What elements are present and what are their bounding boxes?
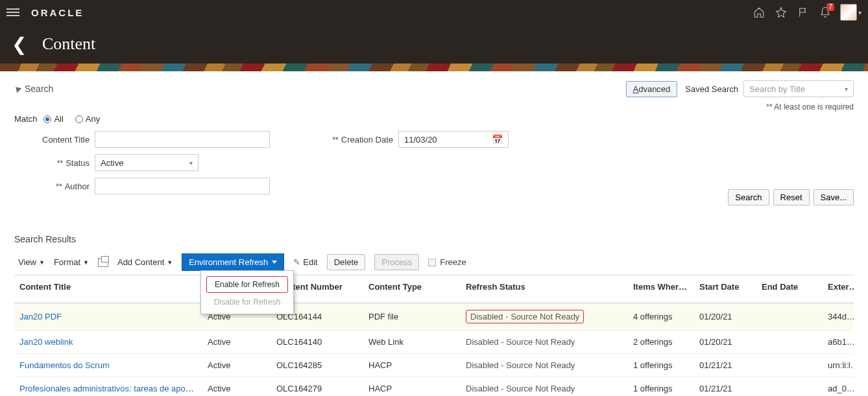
page-title: Content xyxy=(42,34,95,54)
refresh-status-badge: Disabled - Source Not Ready xyxy=(466,310,584,323)
hamburger-menu-icon[interactable] xyxy=(6,8,19,16)
cell-type: HACP xyxy=(363,377,461,396)
col-external-id[interactable]: External Identifie xyxy=(823,275,854,303)
oracle-logo: ORACLE xyxy=(31,7,84,18)
detach-icon[interactable] xyxy=(98,258,108,267)
results-heading: Search Results xyxy=(14,234,854,244)
search-action-buttons: Search Reset Save... xyxy=(728,189,854,205)
collapse-triangle-icon[interactable] xyxy=(14,85,22,93)
global-header: ORACLE 7 ▾ xyxy=(0,0,868,25)
search-heading: Search xyxy=(25,84,53,94)
content-title-input[interactable] xyxy=(95,131,270,148)
col-start-date[interactable]: Start Date xyxy=(694,275,756,303)
cell-number: OLC164140 xyxy=(271,330,363,353)
table-row[interactable]: Jan20 PDFActiveOLC164144PDF fileDisabled… xyxy=(14,303,854,330)
status-label: Status xyxy=(66,158,90,168)
cell-items: 1 offerings xyxy=(628,353,694,377)
content-title-link[interactable]: Jan20 PDF xyxy=(19,312,62,321)
format-menu[interactable]: Format▼ xyxy=(54,257,89,267)
chevron-down-icon: ▾ xyxy=(845,86,848,93)
triangle-down-icon xyxy=(272,261,277,264)
creation-date-input[interactable]: 11/03/20 📅 xyxy=(398,131,509,148)
cell-number: OLC164279 xyxy=(271,377,363,396)
flag-icon[interactable] xyxy=(792,1,814,23)
delete-button[interactable]: Delete xyxy=(327,254,366,270)
table-row[interactable]: Jan20 weblinkActiveOLC164140Web LinkDisa… xyxy=(14,330,854,353)
cell-refresh: Disabled - Source Not Ready xyxy=(461,353,628,377)
content-title-link[interactable]: Jan20 weblink xyxy=(19,337,73,347)
view-menu[interactable]: View▼ xyxy=(18,257,45,267)
radio-unchecked-icon xyxy=(75,115,83,123)
table-row[interactable]: Fundamentos do ScrumActiveOLC164285HACPD… xyxy=(14,353,854,377)
back-icon[interactable]: ❮ xyxy=(12,34,27,55)
environment-refresh-button[interactable]: Environment Refresh xyxy=(182,253,284,271)
edit-button[interactable]: ✎Edit xyxy=(293,257,317,267)
content-title-link[interactable]: Fundamentos do Scrum xyxy=(19,360,110,370)
cell-end xyxy=(756,303,823,330)
save-search-button[interactable]: Save... xyxy=(814,189,854,205)
home-icon[interactable] xyxy=(748,1,770,23)
disable-for-refresh-item: Disable for Refresh xyxy=(204,294,291,310)
notifications-icon[interactable]: 7 xyxy=(814,1,836,23)
cell-refresh: Disabled - Source Not Ready xyxy=(461,330,628,353)
chevron-down-icon: ▾ xyxy=(189,159,193,167)
creation-date-label: Creation Date xyxy=(341,135,393,145)
match-any-radio[interactable]: Any xyxy=(75,114,100,124)
match-row: Match All Any xyxy=(14,114,854,124)
table-row[interactable]: Profesionales administrativos: tareas de… xyxy=(14,377,854,396)
col-end-date[interactable]: End Date xyxy=(756,275,823,303)
cell-end xyxy=(756,330,823,353)
cell-start: 01/21/21 xyxy=(694,353,756,377)
checkbox-icon xyxy=(428,259,436,266)
cell-type: Web Link xyxy=(363,330,461,353)
user-menu-caret-icon[interactable]: ▾ xyxy=(858,9,862,16)
col-content-title[interactable]: Content Title xyxy=(14,275,202,303)
saved-search-select[interactable]: Search by Title ▾ xyxy=(743,80,854,97)
cell-ext: a6b122e xyxy=(823,330,854,353)
col-refresh-status[interactable]: Refresh Status xyxy=(461,275,628,303)
required-note: ** At least one is required xyxy=(14,102,854,111)
cell-status: Active xyxy=(202,330,271,353)
cell-refresh: Disabled - Source Not Ready xyxy=(461,377,628,396)
add-content-menu[interactable]: Add Content▼ xyxy=(117,257,173,267)
cell-status: Active xyxy=(202,377,271,396)
search-button[interactable]: Search xyxy=(728,189,769,205)
col-items-where-used[interactable]: Items Where Used xyxy=(628,275,694,303)
reset-button[interactable]: Reset xyxy=(773,189,810,205)
cell-items: 2 offerings xyxy=(628,330,694,353)
search-panel-header: Search Advanced Saved Search Search by T… xyxy=(14,80,854,97)
enable-for-refresh-item[interactable]: Enable for Refresh xyxy=(206,276,288,293)
cell-status: Active xyxy=(202,353,271,377)
notification-badge: 7 xyxy=(826,3,834,11)
process-button: Process xyxy=(374,254,419,270)
col-content-type[interactable]: Content Type xyxy=(363,275,461,303)
cell-start: 01/21/21 xyxy=(694,377,756,396)
decorative-strip xyxy=(0,64,868,71)
cell-refresh: Disabled - Source Not Ready xyxy=(461,303,628,330)
content-title-link[interactable]: Profesionales administrativos: tareas de… xyxy=(19,384,202,393)
cell-type: HACP xyxy=(363,353,461,377)
radio-checked-icon xyxy=(43,115,51,123)
advanced-button[interactable]: Advanced xyxy=(626,81,678,97)
cell-start: 01/20/21 xyxy=(694,303,756,330)
cell-start: 01/20/21 xyxy=(694,330,756,353)
user-avatar[interactable] xyxy=(840,4,857,21)
cell-number: OLC164285 xyxy=(271,353,363,377)
status-select[interactable]: Active ▾ xyxy=(95,154,199,171)
content-area: Search Advanced Saved Search Search by T… xyxy=(0,71,868,396)
cell-end xyxy=(756,377,823,396)
results-toolbar: View▼ Format▼ Add Content▼ Environment R… xyxy=(14,251,854,275)
cell-end xyxy=(756,353,823,377)
cell-ext: urn:li:lyn xyxy=(823,353,854,377)
freeze-toggle[interactable]: Freeze xyxy=(428,257,466,267)
author-input[interactable] xyxy=(95,178,270,194)
refresh-status-text: Disabled - Source Not Ready xyxy=(466,360,575,370)
match-all-radio[interactable]: All xyxy=(43,114,63,124)
refresh-status-text: Disabled - Source Not Ready xyxy=(466,337,575,347)
calendar-icon[interactable]: 📅 xyxy=(492,134,503,145)
cell-items: 4 offerings xyxy=(628,303,694,330)
environment-refresh-menu: Enable for Refresh Disable for Refresh xyxy=(200,270,294,314)
star-icon[interactable] xyxy=(770,1,792,23)
page-header: ❮ Content xyxy=(0,25,868,64)
pencil-icon: ✎ xyxy=(293,257,300,267)
